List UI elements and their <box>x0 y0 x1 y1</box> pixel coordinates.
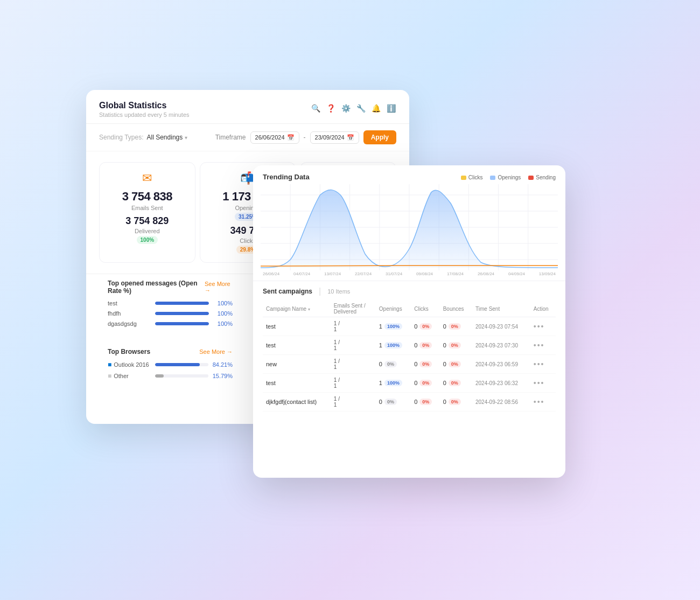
sending-legend-label: Sending <box>536 175 556 180</box>
action-5[interactable]: ••• <box>530 393 556 411</box>
action-4[interactable]: ••• <box>530 374 556 393</box>
chart-x-labels: 26/06/24 04/07/24 13/07/24 22/07/24 31/0… <box>263 270 556 281</box>
sending-types-dropdown[interactable]: All Sendings ▾ <box>147 134 188 141</box>
emails-5: 1 /1 <box>331 393 376 411</box>
clicks-3: 0 0% <box>411 355 439 374</box>
table-row: test 1 /1 1 100% 0 0% 0 0% 2024-09-23 07… <box>263 317 556 336</box>
time-4: 2024-09-23 06:32 <box>472 374 530 393</box>
action-dots-3[interactable]: ••• <box>534 360 545 368</box>
bounces-2: 0 0% <box>440 336 472 355</box>
campaigns-header: Sent campaigns | 10 Items <box>263 287 556 296</box>
openings-4: 1 100% <box>376 374 411 393</box>
chevron-down-icon: ▾ <box>185 135 187 141</box>
action-dots-2[interactable]: ••• <box>534 341 545 350</box>
action-dots-1[interactable]: ••• <box>534 322 545 331</box>
campaign-name-4: test <box>263 374 331 393</box>
openings-1: 1 100% <box>376 317 411 336</box>
clicks-5: 0 0% <box>411 393 439 411</box>
action-2[interactable]: ••• <box>530 336 556 355</box>
col-clicks: Clicks <box>411 301 439 317</box>
openings-legend-label: Openings <box>498 175 521 180</box>
clicks-4: 0 0% <box>411 374 439 393</box>
campaigns-count: 10 Items <box>327 288 350 295</box>
bar-row-dgasdgsdg: dgasdgsdg 100% <box>108 320 233 327</box>
browsers-see-more[interactable]: See More → <box>199 348 233 355</box>
col-action: Action <box>530 301 556 317</box>
sending-types-filter: Sending Types: All Sendings ▾ <box>99 134 187 141</box>
back-card-header: Global Statistics Statistics updated eve… <box>86 90 409 124</box>
clicks-legend-dot <box>461 176 466 180</box>
timeframe-label: Timeframe <box>215 134 246 141</box>
help-icon[interactable]: ❓ <box>325 103 336 114</box>
clicks-2: 0 0% <box>411 336 439 355</box>
bar-row-test: test 100% <box>108 300 233 306</box>
bounces-5: 0 0% <box>440 393 472 411</box>
top-opened-see-more[interactable]: See More → <box>205 281 233 294</box>
sending-line <box>261 266 558 266</box>
stat-card-emails: ✉ 3 754 838 Emails Sent 3 754 829 Delive… <box>99 162 195 263</box>
col-time-sent: Time Sent <box>472 301 530 317</box>
campaign-name-3: new <box>263 355 331 374</box>
apply-button[interactable]: Apply <box>363 130 396 144</box>
openings-5: 0 0% <box>376 393 411 411</box>
sending-types-label: Sending Types: <box>99 134 144 141</box>
campaigns-title: Sent campaigns <box>263 288 312 295</box>
chart-svg <box>261 184 558 270</box>
emails-4: 1 /1 <box>331 374 376 393</box>
delivered-number: 3 754 829 <box>108 215 186 227</box>
bar-other: ■Other 15.79% <box>108 372 233 380</box>
emails-sent-number: 3 754 838 <box>108 190 186 204</box>
date-separator: - <box>304 134 306 141</box>
campaigns-table: Campaign Name ▾ Emails Sent /Delivered O… <box>263 301 556 411</box>
table-header-row: Campaign Name ▾ Emails Sent /Delivered O… <box>263 301 556 317</box>
col-campaign-name: Campaign Name ▾ <box>263 301 331 317</box>
date-from-input[interactable]: 26/06/2024 📅 <box>250 131 299 144</box>
chart-legend: Clicks Openings Sending <box>461 175 556 180</box>
calendar-icon-2: 📅 <box>347 134 354 141</box>
info-icon[interactable]: ℹ️ <box>386 103 396 114</box>
table-row: djkfgdfj(contact list) 1 /1 0 0% 0 0% 0 … <box>263 393 556 411</box>
sort-icon: ▾ <box>308 307 310 312</box>
time-2: 2024-09-23 07:30 <box>472 336 530 355</box>
action-dots-4[interactable]: ••• <box>534 379 545 387</box>
timeframe-bar: Timeframe 26/06/2024 📅 - 23/09/2024 📅 Ap… <box>215 130 396 144</box>
legend-openings: Openings <box>490 175 521 180</box>
trending-chart <box>261 184 558 270</box>
time-1: 2024-09-23 07:54 <box>472 317 530 336</box>
action-1[interactable]: ••• <box>530 317 556 336</box>
action-dots-5[interactable]: ••• <box>534 397 545 406</box>
bar-outlook: ■Outlook 2016 84.21% <box>108 361 233 368</box>
openings-legend-dot <box>490 176 495 180</box>
bell-icon[interactable]: 🔔 <box>370 103 381 114</box>
delivered-badge: 100% <box>137 236 158 244</box>
trending-title: Trending Data <box>263 173 310 181</box>
emails-2: 1 /1 <box>331 336 376 355</box>
bounces-4: 0 0% <box>440 374 472 393</box>
top-opened-section: Top opened messages (Open Rate %) See Mo… <box>95 274 246 338</box>
campaign-name-5: djkfgdfj(contact list) <box>263 393 331 411</box>
time-3: 2024-09-23 06:59 <box>472 355 530 374</box>
toolbar: 🔍 ❓ ⚙️ 🔧 🔔 ℹ️ <box>310 103 396 114</box>
trending-section: Trending Data Clicks Openings Sending <box>253 165 565 281</box>
legend-sending: Sending <box>528 175 556 180</box>
emails-3: 1 /1 <box>331 355 376 374</box>
filter-bar: Sending Types: All Sendings ▾ Timeframe … <box>86 124 409 151</box>
date-to-input[interactable]: 23/09/2024 📅 <box>310 131 359 144</box>
time-5: 2024-09-22 08:56 <box>472 393 530 411</box>
bounces-3: 0 0% <box>440 355 472 374</box>
action-3[interactable]: ••• <box>530 355 556 374</box>
emails-sent-label: Emails Sent <box>108 205 186 211</box>
search-icon[interactable]: 🔍 <box>310 103 321 114</box>
sending-legend-dot <box>528 176 534 180</box>
table-row: new 1 /1 0 0% 0 0% 0 0% 2024-09-23 06:59… <box>263 355 556 374</box>
calendar-icon: 📅 <box>287 134 295 141</box>
top-browsers-section: Top Browsers See More → ■Outlook 2016 84… <box>95 343 246 404</box>
openings-3: 0 0% <box>376 355 411 374</box>
legend-clicks: Clicks <box>461 175 483 180</box>
col-bounces: Bounces <box>440 301 472 317</box>
col-openings: Openings <box>376 301 411 317</box>
campaign-name-1: test <box>263 317 331 336</box>
settings-icon[interactable]: ⚙️ <box>340 103 351 114</box>
gear-icon[interactable]: 🔧 <box>355 103 366 114</box>
clicks-legend-label: Clicks <box>468 175 483 180</box>
